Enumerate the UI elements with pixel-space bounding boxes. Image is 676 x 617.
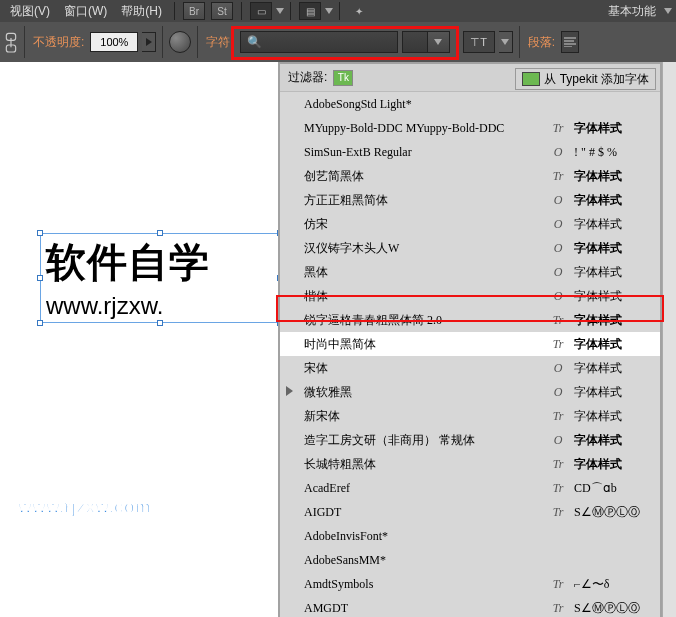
handle[interactable]	[37, 230, 43, 236]
font-name: 宋体	[304, 360, 550, 377]
font-row[interactable]: 造字工房文研（非商用） 常规体O字体样式	[280, 428, 660, 452]
chevron-down-icon[interactable]	[325, 8, 333, 14]
font-row[interactable]: SimSun-ExtB RegularO! " # $ %	[280, 140, 660, 164]
menu-window[interactable]: 窗口(W)	[58, 1, 113, 22]
font-search-input[interactable]	[268, 35, 418, 49]
basic-functions[interactable]: 基本功能	[602, 1, 662, 22]
font-name: AdobeSongStd Light*	[304, 97, 550, 112]
font-row[interactable]: 长城特粗黑体Tr字体样式	[280, 452, 660, 476]
font-row[interactable]: AcadErefTrCD⌒ɑb	[280, 476, 660, 500]
font-row[interactable]: 汉仪铸字木头人WO字体样式	[280, 236, 660, 260]
font-sample: S∠ⓂⓅⓁⓄ	[574, 600, 652, 617]
arrange-icon[interactable]: ▤	[299, 2, 321, 20]
font-sample: 字体样式	[574, 432, 652, 449]
align-icon[interactable]	[561, 31, 579, 53]
font-sample: 字体样式	[574, 312, 652, 329]
font-type-icon: O	[550, 385, 566, 400]
font-type-icon: Tr	[550, 577, 566, 592]
handle[interactable]	[37, 275, 43, 281]
font-type-icon: O	[550, 145, 566, 160]
font-type-icon: Tr	[550, 313, 566, 328]
font-name: 汉仪铸字木头人W	[304, 240, 550, 257]
font-type-icon: O	[550, 265, 566, 280]
typekit-label: 从 Typekit 添加字体	[544, 71, 649, 88]
font-row[interactable]: AIGDTTrS∠ⓂⓅⓁⓄ	[280, 500, 660, 524]
font-sample: 字体样式	[574, 360, 652, 377]
link-icon[interactable]	[4, 31, 18, 53]
separator	[519, 26, 520, 58]
menu-view[interactable]: 视图(V)	[4, 1, 56, 22]
font-type-icon: Tr	[550, 121, 566, 136]
font-sample: 字体样式	[574, 240, 652, 257]
font-sample: ⌐∠〜δ	[574, 576, 652, 593]
font-list[interactable]: AdobeSongStd Light*MYuppy-Bold-DDC MYupp…	[280, 92, 660, 617]
br-icon[interactable]: Br	[183, 2, 205, 20]
tk-filter-icon[interactable]: Tk	[333, 70, 353, 86]
font-row[interactable]: AdobeSansMM*	[280, 548, 660, 572]
font-type-icon: O	[550, 289, 566, 304]
font-name: SimSun-ExtB Regular	[304, 145, 550, 160]
font-sample: 字体样式	[574, 216, 652, 233]
font-sample: 字体样式	[574, 120, 652, 137]
font-family-select[interactable]: 🔍	[240, 31, 398, 53]
handle[interactable]	[157, 320, 163, 326]
st-icon[interactable]: St	[211, 2, 233, 20]
opacity-label: 不透明度:	[31, 34, 86, 51]
font-row[interactable]: AdobeSongStd Light*	[280, 92, 660, 116]
handle[interactable]	[157, 230, 163, 236]
separator	[162, 26, 163, 58]
font-row[interactable]: MYuppy-Bold-DDC MYuppy-Bold-DDCTr字体样式	[280, 116, 660, 140]
chevron-down-icon[interactable]	[664, 8, 672, 14]
font-row[interactable]: AMGDTTrS∠ⓂⓅⓁⓄ	[280, 596, 660, 617]
fontsize-dropdown[interactable]	[499, 31, 513, 53]
font-name: 锐字逼格青春粗黑体简 2.0	[304, 312, 550, 329]
paragraph-label: 段落:	[526, 34, 557, 51]
font-type-icon: O	[550, 241, 566, 256]
cursor-icon[interactable]: ✦	[348, 2, 370, 20]
scrollbar-v[interactable]	[662, 62, 676, 617]
font-name: 方正正粗黑简体	[304, 192, 550, 209]
text-frame[interactable]: 软件自学 www.rjzxw.	[40, 233, 216, 322]
font-sample: 字体样式	[574, 408, 652, 425]
font-row[interactable]: 楷体O字体样式	[280, 284, 660, 308]
font-type-icon: O	[550, 193, 566, 208]
font-row[interactable]: 仿宋O字体样式	[280, 212, 660, 236]
font-type-icon: Tr	[550, 169, 566, 184]
divider	[339, 2, 340, 20]
font-name: 长城特粗黑体	[304, 456, 550, 473]
font-type-icon: O	[550, 217, 566, 232]
font-dropdown-panel: 过滤器: Tk 从 Typekit 添加字体 AdobeSongStd Ligh…	[278, 62, 662, 617]
recolor-icon[interactable]	[169, 31, 191, 53]
font-name: AcadEref	[304, 481, 550, 496]
font-row[interactable]: 新宋体Tr字体样式	[280, 404, 660, 428]
font-row[interactable]: 黑体O字体样式	[280, 260, 660, 284]
font-row[interactable]: 宋体O字体样式	[280, 356, 660, 380]
font-row[interactable]: 方正正粗黑简体O字体样式	[280, 188, 660, 212]
opacity-value[interactable]: 100%	[90, 32, 138, 52]
font-row[interactable]: 时尚中黑简体Tr字体样式	[280, 332, 660, 356]
font-sample: 字体样式	[574, 384, 652, 401]
font-row[interactable]: 创艺简黑体Tr字体样式	[280, 164, 660, 188]
font-row[interactable]: 微软雅黑O字体样式	[280, 380, 660, 404]
menu-help[interactable]: 帮助(H)	[115, 1, 168, 22]
separator	[24, 26, 25, 58]
font-sample: 字体样式	[574, 456, 652, 473]
menubar: 视图(V) 窗口(W) 帮助(H) Br St ▭ ▤ ✦ 基本功能	[0, 0, 676, 22]
font-name: AdobeInvisFont*	[304, 529, 550, 544]
font-row[interactable]: AdobeInvisFont*	[280, 524, 660, 548]
handle[interactable]	[37, 320, 43, 326]
font-row[interactable]: AmdtSymbolsTr⌐∠〜δ	[280, 572, 660, 596]
chevron-down-icon[interactable]	[276, 8, 284, 14]
opacity-dropdown[interactable]	[142, 32, 156, 52]
font-style-select[interactable]	[402, 31, 450, 53]
layout-icon[interactable]: ▭	[250, 2, 272, 20]
style-dropdown-button[interactable]	[427, 32, 449, 52]
fontsize-icon[interactable]: ⊤T	[463, 31, 495, 53]
font-name: 仿宋	[304, 216, 550, 233]
font-type-icon: Tr	[550, 601, 566, 616]
font-row[interactable]: 锐字逼格青春粗黑体简 2.0Tr字体样式	[280, 308, 660, 332]
font-type-icon: O	[550, 361, 566, 376]
add-from-typekit[interactable]: 从 Typekit 添加字体	[515, 68, 656, 90]
filter-label: 过滤器:	[288, 69, 327, 86]
font-name: 黑体	[304, 264, 550, 281]
